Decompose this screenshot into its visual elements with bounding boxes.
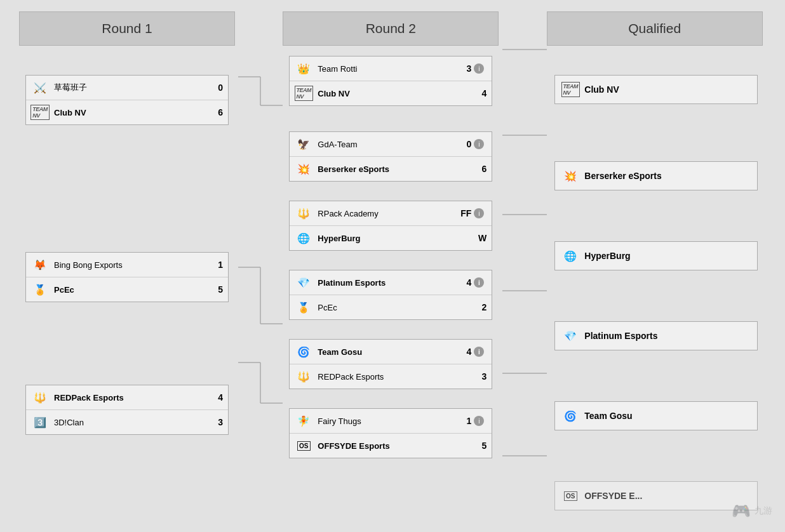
r2m6-team1-icon: 🧚	[295, 412, 312, 430]
r1m1-team1-row: ⚔️ 草莓班子 0	[26, 76, 228, 100]
r2m5-team2-row: 🔱 REDPack Esports 3	[290, 364, 492, 389]
r1m2-team1-name: Bing Bong Exports	[54, 260, 209, 270]
watermark-icon: 🎮	[732, 502, 751, 520]
r2m3-team2-row: 🌐 HyperBurg W	[290, 226, 492, 250]
qual3-icon: 🌐	[561, 247, 579, 265]
r2m6-team1-name: Fairy Thugs	[318, 416, 457, 426]
r2-match6: 🧚 Fairy Thugs 1 i OS OFFSYDE Esports 5	[283, 408, 499, 458]
r1m2-team1-icon: 🦊	[31, 256, 49, 274]
r1m1-team2-icon: TEAM NV	[31, 103, 49, 121]
r2m3-team1-icon: 🔱	[295, 204, 312, 222]
qualified-column: Qualified TEAM NV Club NV 💥 Berserker eS…	[547, 11, 766, 521]
qual-item-3: 🌐 HyperBurg	[554, 241, 758, 270]
r2-match1: 👑 Team Rotti 3 i TEAM NV Club NV 4	[283, 56, 499, 106]
r2m2-team1-name: GdA-Team	[318, 140, 457, 149]
r2m1-team2-icon: TEAM NV	[295, 84, 312, 102]
r2m6-team2-name: OFFSYDE Esports	[318, 441, 473, 451]
r2m5-team2-score: 3	[473, 371, 486, 382]
r2m2-team2-score: 6	[473, 164, 486, 174]
r1m3-team2-icon: 3️⃣	[31, 413, 49, 431]
r1-match1: ⚔️ 草莓班子 0 TEAM NV Club NV 6	[19, 75, 235, 125]
qual2-name: Berserker eSports	[584, 171, 751, 181]
r1m2-team1-row: 🦊 Bing Bong Exports 1	[26, 253, 228, 277]
qual3-name: HyperBurg	[584, 251, 751, 261]
r2-match2: 🦅 GdA-Team 0 i 💥 Berserker eSports 6	[283, 131, 499, 182]
r1m2-team1-score: 1	[209, 260, 223, 270]
connector-r1-r2	[238, 11, 283, 521]
round1-header: Round 1	[19, 11, 235, 46]
r1m3-team1-score: 4	[209, 392, 223, 402]
r2m1-info[interactable]: i	[474, 63, 484, 74]
r2m4-team2-score: 2	[473, 302, 486, 312]
r2m1-team1-icon: 👑	[295, 60, 312, 77]
r2m6-info[interactable]: i	[474, 416, 484, 426]
r1m1-team1-score: 0	[209, 83, 223, 93]
qual5-icon: 🌀	[561, 407, 579, 425]
r2m1-team2-name: Club NV	[318, 89, 473, 98]
connector-r2-qual	[502, 11, 547, 521]
r2m6-team1-row: 🧚 Fairy Thugs 1 i	[290, 409, 492, 434]
r1m1-team1-name: 草莓班子	[54, 82, 209, 93]
page-wrapper: Round 1 ⚔️ 草莓班子 0 TEAM NV Club NV 6	[0, 0, 785, 532]
r1m1-team2-row: TEAM NV Club NV 6	[26, 100, 228, 124]
qualified-header: Qualified	[547, 11, 763, 46]
r2m1-team1-name: Team Rotti	[318, 64, 457, 74]
r2-match4: 💎 Platinum Esports 4 i 🏅 PcEc 2	[283, 270, 499, 320]
round1-column: Round 1 ⚔️ 草莓班子 0 TEAM NV Club NV 6	[19, 11, 238, 521]
r1m2-team2-icon: 🏅	[31, 281, 49, 298]
r2m4-team2-row: 🏅 PcEc 2	[290, 295, 492, 319]
r2m1-team2-score: 4	[473, 88, 486, 98]
qual-item-5: 🌀 Team Gosu	[554, 401, 758, 430]
r2m3-team2-name: HyperBurg	[318, 234, 473, 243]
r2m3-team2-score: W	[473, 233, 486, 243]
r2-match3: 🔱 RPack Academy FF i 🌐 HyperBurg W	[283, 201, 499, 251]
r2-match5: 🌀 Team Gosu 4 i 🔱 REDPack Esports 3	[283, 339, 499, 389]
r1m1-team2-name: Club NV	[54, 108, 209, 117]
r2m5-team2-icon: 🔱	[295, 368, 312, 385]
r2m6-team2-row: OS OFFSYDE Esports 5	[290, 434, 492, 458]
r2m2-team2-name: Berserker eSports	[318, 164, 473, 174]
r2m3-team1-name: RPack Academy	[318, 209, 457, 218]
qual-item-4: 💎 Platinum Esports	[554, 321, 758, 350]
r2m5-team1-icon: 🌀	[295, 343, 312, 361]
r2m4-info[interactable]: i	[474, 277, 484, 288]
r2m2-team1-row: 🦅 GdA-Team 0 i	[290, 132, 492, 157]
r2m1-team1-score: 3	[457, 63, 471, 74]
r2m5-team1-score: 4	[457, 347, 471, 357]
r2m3-team1-score: FF	[457, 208, 471, 218]
r2m4-team2-icon: 🏅	[295, 298, 312, 316]
r2m5-team1-name: Team Gosu	[318, 347, 457, 357]
r2m2-team2-row: 💥 Berserker eSports 6	[290, 157, 492, 181]
connector-svg-r1-r2	[238, 11, 283, 519]
qual6-name: OFFSYDE E...	[584, 491, 751, 501]
round2-column: Round 2 👑 Team Rotti 3 i TEAM NV Club NV…	[283, 11, 502, 521]
r2m5-info[interactable]: i	[474, 347, 484, 357]
qual-item-2: 💥 Berserker eSports	[554, 161, 758, 190]
r2m2-info[interactable]: i	[474, 139, 484, 149]
r1m3-team2-row: 3️⃣ 3D!Clan 3	[26, 410, 228, 434]
r2m2-team1-icon: 🦅	[295, 135, 312, 153]
r1m1-team2-score: 6	[209, 107, 223, 117]
qual2-icon: 💥	[561, 167, 579, 185]
r2m2-team2-icon: 💥	[295, 160, 312, 178]
r1m3-team2-score: 3	[209, 417, 223, 427]
r2m4-team1-score: 4	[457, 277, 471, 288]
r1m2-team2-score: 5	[209, 284, 223, 295]
r2m3-info[interactable]: i	[474, 208, 484, 218]
qual-item-6: OS OFFSYDE E...	[554, 481, 758, 510]
watermark-text: 九游	[755, 505, 772, 517]
qual1-name: Club NV	[584, 84, 751, 95]
qual6-icon: OS	[561, 487, 579, 505]
r2m6-team2-score: 5	[473, 441, 486, 451]
connector-svg-r2-qual	[502, 11, 547, 519]
r2m3-team1-row: 🔱 RPack Academy FF i	[290, 201, 492, 226]
r2m6-team2-icon: OS	[295, 437, 312, 455]
qual4-name: Platinum Esports	[584, 331, 751, 341]
qual4-icon: 💎	[561, 327, 579, 345]
r1m3-team2-name: 3D!Clan	[54, 418, 209, 427]
r1m2-team2-name: PcEc	[54, 285, 209, 295]
r2m5-team1-row: 🌀 Team Gosu 4 i	[290, 340, 492, 364]
r1-match2: 🦊 Bing Bong Exports 1 🏅 PcEc 5	[19, 252, 235, 302]
watermark: 🎮 九游	[732, 502, 772, 520]
qual-item-1: TEAM NV Club NV	[554, 75, 758, 104]
